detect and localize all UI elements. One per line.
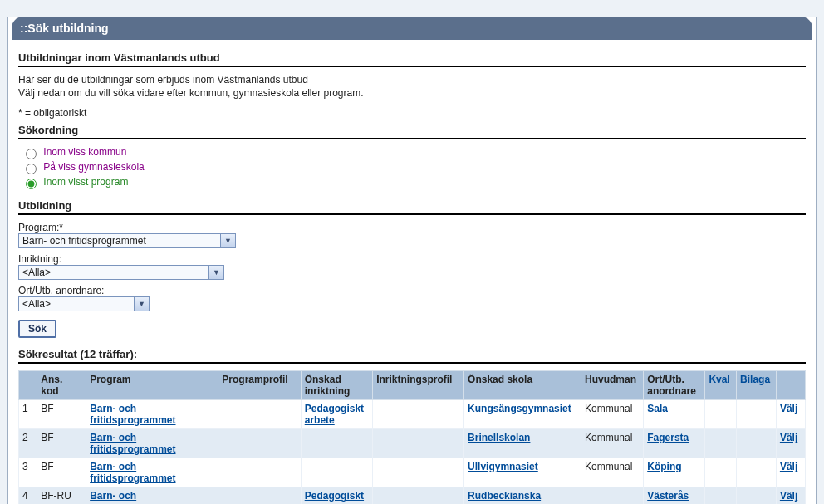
radio-gymnasie[interactable] (26, 164, 37, 174)
utbildning-heading: Utbildning (18, 199, 806, 212)
results-divider (18, 362, 806, 364)
program-link[interactable]: Barn- och (90, 490, 136, 502)
cell-onskad-skola: Rudbeckianska (464, 487, 581, 505)
col-bilaga[interactable]: Bilaga (737, 371, 777, 400)
col-program: Program (86, 371, 218, 400)
inriktning-label: Inriktning: (18, 253, 806, 265)
cell-huvudman: Kommunal (581, 458, 644, 487)
cell-kval (705, 487, 737, 505)
ort-link[interactable]: Sala (647, 403, 668, 414)
inriktning-select[interactable]: <Alla> ▼ (18, 265, 224, 280)
col-huvudman: Huvudman (581, 371, 644, 400)
search-button[interactable]: Sök (18, 320, 56, 338)
cell-inriktningsprofil (373, 429, 464, 458)
cell-inriktningsprofil (373, 487, 464, 505)
cell-kval (705, 458, 737, 487)
cell-program: Barn- och fritidsprogrammet (86, 400, 218, 429)
cell-bilaga (737, 400, 777, 429)
valj-link[interactable]: Välj (780, 432, 797, 443)
cell-kval (705, 400, 737, 429)
cell-valj: Välj (776, 487, 805, 505)
results-table: Ans. kod Program Programprofil Önskad in… (18, 370, 806, 504)
cell-idx: 2 (19, 429, 37, 458)
col-kval[interactable]: Kval (705, 371, 737, 400)
radio-program-label[interactable]: Inom visst program (43, 176, 128, 188)
cell-onskad-skola: Ullvigymnasiet (464, 458, 581, 487)
program-select[interactable]: Barn- och fritidsprogrammet ▼ (18, 233, 236, 248)
valj-link[interactable]: Välj (780, 461, 797, 472)
content-area: Utbildningar inom Västmanlands utbud Här… (8, 40, 816, 504)
col-onskad-skola: Önskad skola (464, 371, 581, 400)
table-row: 2BFBarn- och fritidsprogrammetBrinellsko… (19, 429, 806, 458)
valj-link[interactable]: Välj (780, 403, 797, 414)
intro-block: Utbildningar inom Västmanlands utbud Här… (18, 51, 806, 119)
cell-profil (218, 458, 301, 487)
program-label: Program:* (18, 222, 806, 233)
intro-divider (18, 66, 806, 67)
cell-program: Barn- och (86, 487, 218, 505)
cell-idx: 3 (19, 458, 37, 487)
top-nav-placeholder (0, 0, 824, 17)
cell-anskod: BF-RU (37, 487, 86, 505)
chevron-down-icon: ▼ (208, 266, 223, 279)
cell-bilaga (737, 487, 777, 505)
cell-valj: Välj (776, 429, 805, 458)
cell-ort: Västerås (644, 487, 705, 505)
radio-program[interactable] (26, 179, 37, 189)
cell-inriktningsprofil (373, 400, 464, 429)
cell-profil (218, 429, 301, 458)
program-link[interactable]: Barn- och fritidsprogrammet (90, 403, 175, 426)
sokordning-heading: Sökordning (18, 124, 806, 136)
mandatory-note: * = obligatoriskt (18, 107, 806, 119)
intro-line1: Här ser du de utbildningar som erbjuds i… (18, 74, 806, 86)
cell-profil (218, 487, 301, 505)
radio-gymnasie-label[interactable]: På viss gymnasieskola (43, 161, 144, 173)
program-link[interactable]: Barn- och fritidsprogrammet (90, 432, 175, 455)
intro-line2: Välj nedan om du vill söka vidare efter … (18, 87, 806, 99)
cell-huvudman: Kommunal (581, 400, 644, 429)
col-anskod: Ans. kod (37, 371, 86, 400)
cell-huvudman (581, 487, 644, 505)
cell-anskod: BF (37, 400, 86, 429)
ort-link[interactable]: Västerås (647, 490, 689, 502)
cell-onskad-skola: Kungsängsgymnasiet (464, 400, 581, 429)
cell-ort: Köping (644, 458, 705, 487)
table-row: 3BFBarn- och fritidsprogrammetUllvigymna… (19, 458, 806, 487)
ort-select[interactable]: <Alla> ▼ (18, 296, 150, 311)
skola-link[interactable]: Ullvigymnasiet (468, 461, 538, 472)
cell-ort: Fagersta (644, 429, 705, 458)
inriktning-link[interactable]: Pedagogiskt (305, 490, 364, 502)
cell-idx: 4 (19, 487, 37, 505)
cell-valj: Välj (776, 458, 805, 487)
col-onskad-inriktning: Önskad inriktning (301, 371, 372, 400)
ort-select-value: <Alla> (22, 298, 51, 310)
cell-bilaga (737, 458, 777, 487)
radio-kommun[interactable] (26, 149, 37, 159)
cell-anskod: BF (37, 429, 86, 458)
utbildning-divider (18, 213, 806, 215)
inriktning-select-value: <Alla> (22, 267, 51, 278)
cell-onskad-inriktning: Pedagogiskt arbete (301, 400, 372, 429)
cell-anskod: BF (37, 458, 86, 487)
ort-link[interactable]: Köping (647, 461, 681, 472)
cell-onskad-inriktning (301, 458, 372, 487)
table-row: 1BFBarn- och fritidsprogrammetPedagogisk… (19, 400, 806, 429)
program-link[interactable]: Barn- och fritidsprogrammet (90, 461, 175, 484)
skola-link[interactable]: Brinellskolan (468, 432, 530, 443)
page-container: ::Sök utbildning Utbildningar inom Västm… (7, 17, 817, 504)
skola-link[interactable]: Kungsängsgymnasiet (468, 403, 571, 414)
cell-profil (218, 400, 301, 429)
inriktning-link[interactable]: Pedagogiskt arbete (305, 403, 364, 426)
valj-link[interactable]: Välj (780, 490, 797, 502)
cell-program: Barn- och fritidsprogrammet (86, 458, 218, 487)
program-select-value: Barn- och fritidsprogrammet (22, 235, 146, 247)
chevron-down-icon: ▼ (220, 234, 235, 247)
col-ort: Ort/Utb. anordnare (644, 371, 705, 400)
table-row: 4BF-RUBarn- ochPedagogisktRudbeckianskaV… (19, 487, 806, 505)
radio-kommun-label[interactable]: Inom viss kommun (43, 146, 126, 158)
ort-link[interactable]: Fagersta (647, 432, 689, 443)
results-heading: Sökresultat (12 träffar): (18, 348, 806, 360)
skola-link[interactable]: Rudbeckianska (468, 490, 541, 502)
cell-huvudman: Kommunal (581, 429, 644, 458)
cell-onskad-inriktning (301, 429, 372, 458)
